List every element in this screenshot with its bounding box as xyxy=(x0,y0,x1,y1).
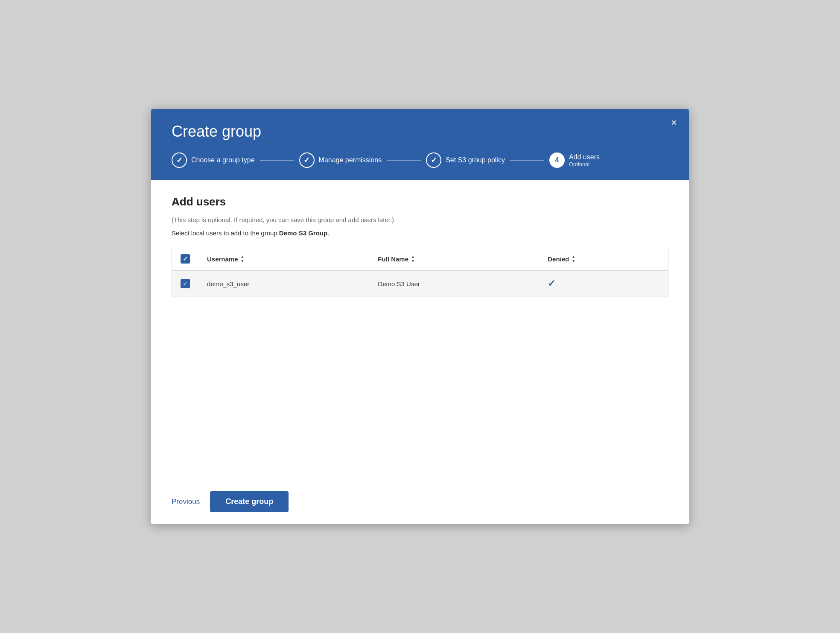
step-4-label: Add users Optional xyxy=(569,153,600,167)
fullname-sort-icon[interactable]: ▲ ▼ xyxy=(411,255,415,263)
previous-button[interactable]: Previous xyxy=(172,494,200,510)
step-2-label: Manage permissions xyxy=(319,156,382,164)
modal-header: × Create group ✓ Choose a group type ✓ M… xyxy=(151,109,689,180)
step-line-1 xyxy=(260,160,294,161)
col-header-checkbox: ✓ xyxy=(172,247,198,271)
row-checkbox[interactable]: ✓ xyxy=(181,279,190,288)
step-2-check: ✓ xyxy=(303,155,310,165)
add-users-title: Add users xyxy=(172,195,668,208)
modal-body: Add users (This step is optional. If req… xyxy=(151,180,689,479)
step-1-check: ✓ xyxy=(176,155,183,165)
steps-wizard: ✓ Choose a group type ✓ Manage permissio… xyxy=(172,152,668,168)
row-fullname: Demo S3 User xyxy=(369,271,539,296)
username-col-label: Username xyxy=(207,255,238,263)
row-username: demo_s3_user xyxy=(198,271,369,296)
step-manage-permissions: ✓ Manage permissions xyxy=(299,152,382,168)
modal-title: Create group xyxy=(172,123,668,141)
step-line-2 xyxy=(387,160,421,161)
step-choose-group-type: ✓ Choose a group type xyxy=(172,152,255,168)
row-denied: ✓ xyxy=(539,271,668,296)
step-add-users: 4 Add users Optional xyxy=(549,152,600,168)
fullname-col-label: Full Name xyxy=(378,255,408,263)
select-all-checkbox[interactable]: ✓ xyxy=(181,254,190,264)
row-check-icon: ✓ xyxy=(183,281,188,287)
step-1-circle: ✓ xyxy=(172,152,187,168)
table-header: ✓ Username ▲ ▼ xyxy=(172,247,668,271)
step-4-label-text: Add users xyxy=(569,153,600,161)
users-table-container: ✓ Username ▲ ▼ xyxy=(172,247,668,296)
username-sort-icon[interactable]: ▲ ▼ xyxy=(241,255,245,263)
select-all-check-icon: ✓ xyxy=(183,256,188,262)
optional-note: (This step is optional. If required, you… xyxy=(172,216,668,223)
users-table: ✓ Username ▲ ▼ xyxy=(172,247,668,296)
select-note-prefix: Select local users to add to the group xyxy=(172,229,279,237)
step-3-check: ✓ xyxy=(431,155,437,165)
select-note: Select local users to add to the group D… xyxy=(172,229,668,237)
col-header-denied: Denied ▲ ▼ xyxy=(539,247,668,271)
col-header-fullname: Full Name ▲ ▼ xyxy=(369,247,539,271)
table-header-row: ✓ Username ▲ ▼ xyxy=(172,247,668,271)
table-body: ✓ demo_s3_user Demo S3 User ✓ xyxy=(172,271,668,296)
step-1-label: Choose a group type xyxy=(191,156,255,164)
step-line-3 xyxy=(510,160,544,161)
step-4-sublabel: Optional xyxy=(569,161,600,167)
denied-checkmark-icon: ✓ xyxy=(548,278,555,289)
create-group-button[interactable]: Create group xyxy=(210,491,289,512)
col-header-username: Username ▲ ▼ xyxy=(198,247,369,271)
step-4-number: 4 xyxy=(555,156,559,164)
group-name: Demo S3 Group xyxy=(279,229,327,237)
denied-col-label: Denied xyxy=(548,255,569,263)
denied-sort-icon[interactable]: ▲ ▼ xyxy=(572,255,575,263)
close-button[interactable]: × xyxy=(671,117,677,128)
row-checkbox-cell: ✓ xyxy=(172,271,198,296)
step-set-s3-policy: ✓ Set S3 group policy xyxy=(426,152,505,168)
step-4-circle: 4 xyxy=(549,152,565,168)
step-2-circle: ✓ xyxy=(299,152,315,168)
modal-footer: Previous Create group xyxy=(151,479,689,524)
select-note-suffix: . xyxy=(327,229,329,237)
table-row: ✓ demo_s3_user Demo S3 User ✓ xyxy=(172,271,668,296)
step-3-circle: ✓ xyxy=(426,152,441,168)
create-group-modal: × Create group ✓ Choose a group type ✓ M… xyxy=(151,109,689,524)
step-3-label: Set S3 group policy xyxy=(446,156,505,164)
